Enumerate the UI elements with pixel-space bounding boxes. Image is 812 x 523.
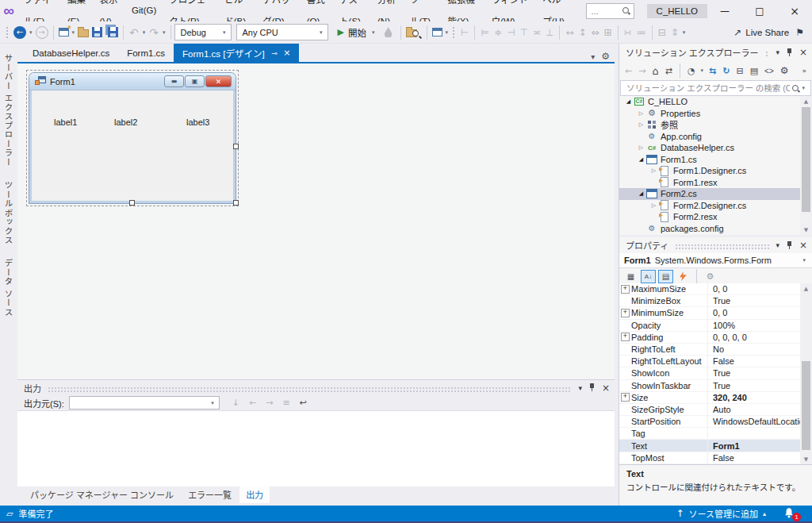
tool-window-tab[interactable]: 出力 bbox=[239, 486, 270, 503]
undo-dropdown-icon[interactable] bbox=[141, 29, 147, 36]
property-value[interactable]: 0, 0, 0, 0 bbox=[708, 333, 801, 342]
solution-explorer-header[interactable]: ソリューション エクスプローラー bbox=[619, 44, 812, 61]
close-icon[interactable] bbox=[602, 383, 610, 394]
property-row[interactable]: RightToLeft No bbox=[619, 344, 801, 356]
redo-dropdown-icon[interactable] bbox=[161, 29, 167, 36]
property-row[interactable]: MinimizeBox True bbox=[619, 295, 801, 307]
form-client-area[interactable] bbox=[29, 90, 236, 203]
property-value[interactable]: No bbox=[708, 344, 801, 354]
panel-drag-texture[interactable] bbox=[765, 51, 770, 56]
align-centers-icon[interactable] bbox=[478, 27, 491, 38]
live-share-icon[interactable] bbox=[733, 27, 741, 38]
scroll-up-icon[interactable] bbox=[800, 283, 812, 294]
make-same-width-icon[interactable] bbox=[563, 27, 576, 38]
properties-wrench-icon[interactable] bbox=[778, 65, 791, 76]
show-all-files-icon[interactable] bbox=[748, 66, 760, 76]
label-control[interactable]: label3 bbox=[186, 117, 209, 127]
search-icon[interactable] bbox=[622, 6, 630, 15]
sync-with-active-document-icon[interactable] bbox=[707, 66, 718, 76]
solution-platform-dropdown[interactable]: Any CPU bbox=[236, 24, 328, 40]
tree-expander-icon[interactable] bbox=[637, 110, 645, 117]
collapse-all-icon[interactable] bbox=[733, 66, 745, 76]
chevron-up-icon[interactable] bbox=[763, 510, 766, 517]
property-row[interactable]: Text Form1 bbox=[619, 440, 801, 452]
tree-item[interactable]: packages.config bbox=[619, 223, 801, 235]
tool-window-tab[interactable]: サーバー エクスプローラー bbox=[3, 47, 15, 174]
size-to-grid-icon[interactable] bbox=[602, 27, 615, 38]
close-icon[interactable] bbox=[799, 47, 807, 58]
property-expander-icon[interactable] bbox=[619, 285, 631, 294]
alphabetical-sort-icon[interactable]: A↓ bbox=[641, 270, 656, 283]
clear-all-icon[interactable] bbox=[282, 398, 289, 408]
property-row[interactable]: MaximumSize 0, 0 bbox=[619, 283, 801, 295]
feedback-icon[interactable] bbox=[795, 27, 804, 38]
output-content[interactable] bbox=[17, 411, 615, 486]
document-tab[interactable]: DatabaseHelper.cs bbox=[24, 44, 118, 62]
tree-expander-icon[interactable] bbox=[649, 202, 658, 209]
notifications-button[interactable]: 1 bbox=[783, 507, 798, 520]
properties-view-icon[interactable] bbox=[658, 270, 673, 283]
tree-item[interactable]: C_HELLO bbox=[619, 96, 801, 108]
pin-icon[interactable] bbox=[787, 48, 792, 57]
property-value[interactable]: 0, 0 bbox=[708, 308, 801, 317]
property-row[interactable]: TopMost False bbox=[619, 452, 801, 464]
pin-icon[interactable] bbox=[787, 241, 792, 250]
toolbar-grip[interactable] bbox=[6, 26, 10, 39]
property-value[interactable]: True bbox=[708, 381, 801, 390]
property-value[interactable]: 320, 240 bbox=[708, 393, 801, 402]
property-row[interactable]: Tag bbox=[619, 428, 801, 440]
make-same-size-icon[interactable] bbox=[589, 27, 602, 38]
filter-dropdown-icon[interactable] bbox=[699, 67, 706, 74]
panel-drag-texture[interactable] bbox=[675, 244, 769, 249]
property-row[interactable]: SizeGripStyle Auto bbox=[619, 404, 801, 416]
tree-item[interactable]: Form1.cs bbox=[619, 154, 801, 166]
property-row[interactable]: MinimumSize 0, 0 bbox=[619, 307, 801, 319]
maximize-icon[interactable] bbox=[742, 0, 777, 21]
scroll-down-icon[interactable] bbox=[800, 225, 812, 235]
scrollbar-thumb[interactable] bbox=[802, 107, 810, 212]
property-expander-icon[interactable] bbox=[619, 309, 631, 317]
forward-icon[interactable] bbox=[636, 66, 648, 76]
property-row[interactable]: ShowIcon True bbox=[619, 367, 801, 379]
menu-item[interactable]: Git(G) bbox=[125, 0, 163, 21]
property-expander-icon[interactable] bbox=[619, 393, 631, 402]
tree-item[interactable]: App.config bbox=[619, 131, 801, 143]
resize-handle-bottom-right[interactable] bbox=[233, 200, 239, 206]
navigate-forward-button[interactable] bbox=[34, 24, 50, 41]
new-project-button[interactable]: * bbox=[57, 24, 71, 41]
navigate-back-button[interactable] bbox=[12, 24, 28, 41]
home-icon[interactable] bbox=[649, 65, 661, 77]
toolbar-grip[interactable] bbox=[452, 26, 456, 39]
solution-search-input[interactable] bbox=[625, 83, 791, 94]
tool-window-tab[interactable]: データ ソース bbox=[3, 252, 15, 324]
scroll-down-icon[interactable] bbox=[800, 454, 812, 464]
solution-search-box[interactable] bbox=[620, 80, 811, 96]
tab-list-dropdown-icon[interactable] bbox=[591, 52, 595, 61]
search-options-icon[interactable] bbox=[800, 85, 806, 91]
categorized-icon[interactable] bbox=[623, 270, 638, 283]
send-to-back-icon[interactable] bbox=[668, 27, 681, 38]
document-tab[interactable]: Form1.cs [デザイン] bbox=[174, 44, 299, 62]
document-tab[interactable]: Form1.cs bbox=[118, 44, 174, 62]
view-code-icon[interactable]: <> bbox=[762, 67, 776, 75]
pending-changes-filter-icon[interactable] bbox=[685, 66, 698, 76]
add-to-source-control-button[interactable]: ソース管理に追加 bbox=[689, 507, 758, 520]
tool-window-tab[interactable]: パッケージ マネージャー コンソール bbox=[24, 486, 180, 503]
scrollbar-thumb[interactable] bbox=[802, 361, 810, 450]
events-icon[interactable] bbox=[676, 270, 691, 283]
solution-explorer-toggle-button[interactable] bbox=[431, 24, 444, 41]
window-position-dropdown-icon[interactable] bbox=[578, 384, 582, 392]
property-expander-icon[interactable] bbox=[619, 333, 631, 341]
property-value[interactable]: True bbox=[708, 368, 801, 378]
switch-views-icon[interactable] bbox=[663, 66, 675, 76]
window-position-dropdown-icon[interactable] bbox=[776, 48, 779, 56]
previous-message-icon[interactable] bbox=[249, 398, 256, 408]
property-value[interactable]: Auto bbox=[708, 405, 801, 414]
resize-handle-bottom[interactable] bbox=[129, 200, 135, 206]
panel-drag-texture[interactable] bbox=[48, 386, 572, 392]
hot-reload-icon[interactable] bbox=[385, 27, 393, 37]
tree-expander-icon[interactable] bbox=[637, 144, 645, 151]
tree-expander-icon[interactable] bbox=[624, 98, 633, 105]
tool-window-tab[interactable]: エラー一覧 bbox=[182, 486, 238, 503]
next-message-icon[interactable] bbox=[266, 398, 273, 408]
